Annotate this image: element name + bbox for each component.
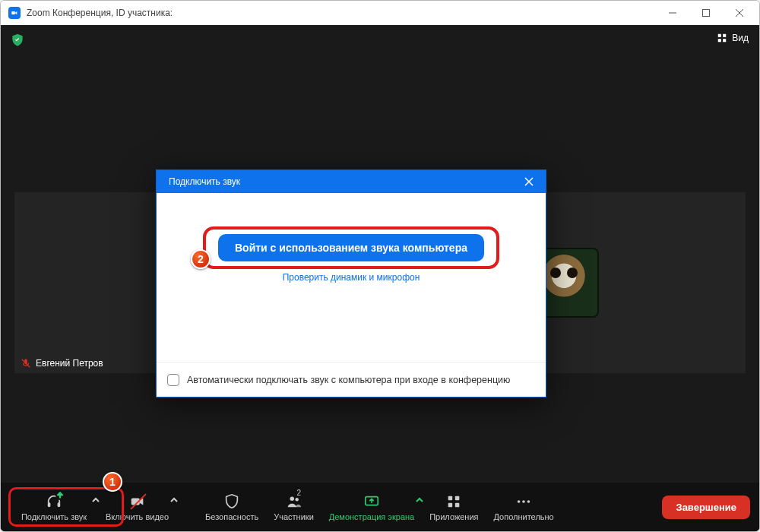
annotation-badge-2: 2 — [191, 249, 211, 269]
mic-muted-icon — [21, 358, 31, 369]
svg-rect-1 — [703, 10, 710, 17]
start-video-button[interactable]: Включить видео — [98, 490, 176, 524]
security-button[interactable]: Безопасность — [198, 490, 266, 524]
join-audio-dialog: Подключить звук Войти с использованием з… — [156, 169, 546, 397]
svg-rect-8 — [48, 502, 51, 506]
join-audio-button[interactable]: Подключить звук — [10, 490, 98, 524]
svg-rect-16 — [448, 502, 453, 507]
svg-rect-3 — [723, 34, 726, 37]
svg-point-19 — [522, 500, 525, 503]
svg-rect-17 — [455, 502, 460, 507]
svg-rect-5 — [723, 39, 726, 42]
join-computer-audio-button[interactable]: Войти с использованием звука компьютера — [218, 234, 484, 261]
svg-rect-15 — [455, 496, 460, 500]
test-speaker-mic-link[interactable]: Проверить динамик и микрофон — [283, 272, 420, 283]
window-title: Zoom Конференция, ID участника: — [27, 8, 173, 18]
dialog-titlebar: Подключить звук — [157, 170, 546, 193]
chevron-up-icon[interactable] — [170, 496, 178, 505]
dialog-body: Войти с использованием звука компьютера … — [157, 193, 546, 362]
svg-rect-0 — [11, 11, 15, 14]
auto-join-audio-checkbox[interactable] — [167, 374, 179, 386]
titlebar: Zoom Конференция, ID участника: — [1, 1, 759, 25]
participant-name-tag: Евгений Петров — [21, 358, 103, 369]
participants-count: 2 — [297, 489, 302, 497]
apps-icon — [445, 493, 462, 510]
window-close-button[interactable] — [723, 1, 756, 25]
svg-point-20 — [527, 500, 530, 503]
window-maximize-button[interactable] — [689, 1, 723, 25]
svg-point-18 — [518, 500, 521, 503]
zoom-logo-icon — [8, 7, 21, 19]
svg-rect-4 — [718, 39, 721, 42]
more-button[interactable]: Дополнительно — [486, 490, 562, 524]
share-screen-icon — [363, 493, 380, 510]
window-minimize-button[interactable] — [656, 1, 689, 25]
app-window: Zoom Конференция, ID участника: Вид Евге… — [0, 0, 760, 532]
svg-rect-14 — [448, 496, 453, 500]
arrow-up-icon — [55, 491, 65, 500]
auto-join-audio-label: Автоматически подключать звук с компьюте… — [187, 375, 510, 385]
encryption-shield-icon[interactable] — [10, 33, 25, 51]
svg-point-12 — [295, 498, 298, 501]
participants-button[interactable]: 2 Участники — [266, 490, 321, 524]
view-selector[interactable]: Вид — [717, 33, 749, 43]
view-label: Вид — [732, 33, 749, 43]
dialog-footer: Автоматически подключать звук с компьюте… — [157, 362, 546, 397]
annotation-badge-1: 1 — [103, 472, 122, 492]
dialog-title: Подключить звук — [169, 176, 240, 187]
end-meeting-button[interactable]: Завершение — [662, 496, 750, 519]
dialog-close-button[interactable] — [518, 171, 540, 192]
share-screen-button[interactable]: Демонстрация экрана — [321, 490, 422, 524]
svg-point-11 — [290, 496, 294, 501]
shield-icon — [223, 493, 240, 510]
apps-button[interactable]: Приложения — [422, 490, 486, 524]
more-horizontal-icon — [515, 493, 532, 510]
meeting-stage: Вид Евгений Петров Подключить звук — [1, 25, 759, 531]
svg-rect-2 — [718, 34, 721, 37]
